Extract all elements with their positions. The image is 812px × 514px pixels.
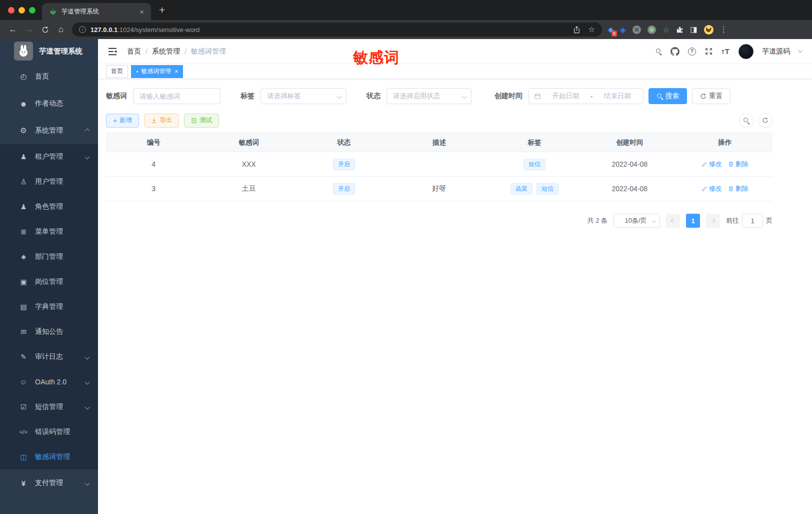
sidebar-item-payment[interactable]: ¥ 支付管理 <box>0 469 98 496</box>
tag-badge: 短信 <box>524 159 546 170</box>
browser-menu-icon[interactable]: ⋮ <box>720 25 728 34</box>
bookmark-star-icon[interactable]: ☆ <box>588 25 595 34</box>
breadcrumb-home[interactable]: 首页 <box>127 47 141 56</box>
search-button[interactable]: 搜索 <box>648 88 687 104</box>
sensitive-word-table: 编号 敏感词 状态 描述 标签 创建时间 操作 4 XXX 开启 短信 2022… <box>106 133 772 201</box>
font-size-icon[interactable]: TT <box>722 47 730 56</box>
extension-command-icon[interactable]: ⌘ <box>632 26 641 34</box>
extension-record-icon[interactable] <box>648 26 656 34</box>
trash-icon <box>728 161 734 167</box>
sidebar-item-error-code[interactable]: </> 错误码管理 <box>0 419 98 444</box>
sidebar-item-department[interactable]: ♣ 部门管理 <box>0 244 98 269</box>
sidebar-item-user[interactable]: ♙ 用户管理 <box>0 169 98 194</box>
cell-created: 2022-04-08 <box>582 152 677 177</box>
sidebar-item-oauth[interactable]: ☺ OAuth 2.0 <box>0 369 98 394</box>
next-page-button[interactable] <box>706 214 720 228</box>
sidebar-item-menu[interactable]: ≣ 菜单管理 <box>0 219 98 244</box>
collapse-sidebar-icon[interactable] <box>108 48 117 56</box>
address-bar[interactable]: i 127.0.0.1:1024/system/sensitive-word ☆ <box>72 23 602 37</box>
cell-created: 2022-04-08 <box>582 177 677 201</box>
show-search-button[interactable] <box>739 113 754 128</box>
forward-icon[interactable]: → <box>21 25 37 35</box>
window-controls[interactable] <box>8 7 36 14</box>
tag-filter-select[interactable]: 请选择标签 <box>260 88 346 104</box>
fullscreen-icon[interactable] <box>704 47 713 56</box>
status-badge: 开启 <box>333 183 355 195</box>
share-icon[interactable] <box>573 26 580 34</box>
add-button[interactable]: + 新增 <box>106 114 139 128</box>
start-date-placeholder[interactable]: 开始日期 <box>545 92 586 101</box>
profile-avatar-icon[interactable] <box>704 25 714 35</box>
sidebar-item-home[interactable]: ◴ 首页 <box>0 63 98 90</box>
back-icon[interactable]: ← <box>5 25 21 35</box>
github-icon[interactable] <box>670 47 680 56</box>
date-separator: - <box>590 93 593 100</box>
sidebar-item-sensitive-word[interactable]: ◫ 敏感词管理 <box>0 444 98 469</box>
sidebar-item-post[interactable]: ▣ 岗位管理 <box>0 269 98 294</box>
chevron-down-icon <box>337 94 342 99</box>
word-filter-input[interactable] <box>140 93 214 100</box>
extension-diamond-icon[interactable]: ◆9 <box>608 26 614 34</box>
table-row: 3 土豆 开启 好呀 蔬菜 短信 2022-04-08 修改 <box>106 177 772 201</box>
search-icon <box>743 117 750 124</box>
site-info-icon[interactable]: i <box>79 26 86 33</box>
extension-gem-icon[interactable]: ◈ <box>620 25 626 35</box>
user-avatar[interactable] <box>738 44 754 59</box>
col-created: 创建时间 <box>582 133 677 152</box>
cell-word: 土豆 <box>201 177 296 201</box>
extensions-puzzle-icon[interactable] <box>676 26 684 34</box>
col-status: 状态 <box>296 133 392 152</box>
tab-home[interactable]: 首页 <box>106 65 128 78</box>
date-range-picker[interactable]: 开始日期 - 结束日期 <box>528 88 644 104</box>
current-page[interactable]: 1 <box>686 214 700 228</box>
breadcrumb-system[interactable]: 系统管理 <box>152 47 180 56</box>
status-filter-label: 状态 <box>366 92 380 101</box>
chevron-left-icon <box>671 219 675 223</box>
close-window-button[interactable] <box>8 7 14 14</box>
test-button[interactable]: 测试 <box>184 114 219 128</box>
edit-link[interactable]: 修改 <box>702 184 722 193</box>
delete-link[interactable]: 删除 <box>728 160 748 169</box>
search-icon[interactable] <box>656 48 662 55</box>
sidebar-item-tenant[interactable]: ♟ 租户管理 <box>0 144 98 169</box>
extension-star-icon[interactable]: ☆ <box>662 25 670 35</box>
refresh-table-button[interactable] <box>758 113 772 128</box>
sidebar-item-sms[interactable]: ☑ 短信管理 <box>0 394 98 419</box>
home-icon[interactable]: ⌂ <box>53 25 69 35</box>
export-button[interactable]: 导出 <box>144 114 179 128</box>
end-date-placeholder[interactable]: 结束日期 <box>596 92 638 101</box>
chevron-right-icon <box>711 219 715 223</box>
status-filter-select[interactable]: 请选择启用状态 <box>386 88 472 104</box>
pagination-total: 共 2 条 <box>588 216 608 225</box>
reload-icon[interactable] <box>37 26 53 34</box>
reset-button[interactable]: 重置 <box>692 88 730 104</box>
goto-page-input[interactable] <box>742 214 763 228</box>
delete-link[interactable]: 删除 <box>728 184 748 193</box>
app-logo: 芋道管理系统 <box>0 39 98 63</box>
sidebar-item-role[interactable]: ♟ 角色管理 <box>0 194 98 219</box>
side-panel-icon[interactable]: ◨ <box>690 25 697 34</box>
browser-tab[interactable]: 芋道管理系统 × <box>42 3 151 20</box>
new-tab-button[interactable]: + <box>159 4 165 16</box>
sidebar-item-dict[interactable]: ▤ 字典管理 <box>0 294 98 319</box>
tab-sensitive-word[interactable]: ● 敏感词管理 × <box>131 65 183 78</box>
sidebar-item-author-news[interactable]: ☻ 作者动态 <box>0 90 98 117</box>
user-menu-chevron-icon[interactable] <box>798 48 803 53</box>
sidebar-item-audit-log[interactable]: ✎ 审计日志 <box>0 344 98 369</box>
sidebar-item-notice[interactable]: ✉ 通知公告 <box>0 319 98 344</box>
minimize-window-button[interactable] <box>18 7 25 14</box>
prev-page-button[interactable] <box>666 214 680 228</box>
zoom-window-button[interactable] <box>29 7 36 14</box>
menu-list-icon: ≣ <box>19 228 28 236</box>
cell-desc <box>392 152 486 177</box>
extension-icons: ◆9 ◈ ⌘ ☆ ◨ ⋮ <box>608 25 728 35</box>
table-row: 4 XXX 开启 短信 2022-04-08 修改 <box>106 152 772 177</box>
sidebar-item-system[interactable]: ⚙ 系统管理 <box>0 117 98 144</box>
tab-close-icon[interactable]: × <box>174 68 178 75</box>
sidebar: 芋道管理系统 ◴ 首页 ☻ 作者动态 ⚙ 系统管理 ♟ 租户管理 ♙ 用户管理 … <box>0 39 98 514</box>
gear-icon: ⚙ <box>19 126 28 135</box>
help-icon[interactable]: ? <box>688 48 696 56</box>
edit-link[interactable]: 修改 <box>702 160 722 169</box>
tab-close-icon[interactable]: × <box>138 8 146 16</box>
page-size-select[interactable]: 10条/页 <box>614 214 660 228</box>
